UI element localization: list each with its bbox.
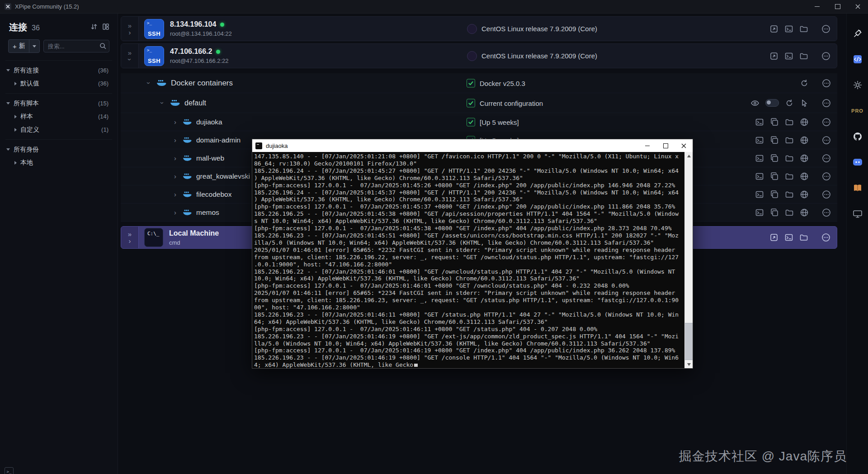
discord-icon[interactable] <box>847 149 868 175</box>
terminal-icon[interactable] <box>784 233 793 242</box>
copy-icon[interactable] <box>770 208 779 217</box>
eye-icon[interactable] <box>750 99 760 108</box>
folder-icon[interactable] <box>785 136 794 145</box>
terminal-maximize-button[interactable] <box>656 139 675 152</box>
checkbox-checked[interactable] <box>467 79 475 87</box>
status-terminal-icon[interactable]: >_ <box>5 467 14 474</box>
folder-icon[interactable] <box>785 190 794 199</box>
sidebar-item-all-identities[interactable]: 所有身份 <box>0 143 118 156</box>
sidebar-item-samples[interactable]: 样本 (14) <box>0 110 118 123</box>
copy-icon[interactable] <box>770 136 779 145</box>
chevron-right-icon[interactable]: › <box>129 29 131 35</box>
new-dropdown-button[interactable] <box>29 40 39 52</box>
chevron-down-icon[interactable]: › <box>127 58 133 61</box>
chevron-right-icon[interactable]: › <box>174 155 176 161</box>
chevron-down-icon[interactable]: › <box>146 82 152 84</box>
chevron-right-icon[interactable]: › <box>129 238 131 244</box>
sidebar-item-default[interactable]: 默认值 (36) <box>0 77 118 90</box>
chevron-right-icon[interactable]: › <box>174 209 176 215</box>
more-options-icon[interactable] <box>822 99 831 108</box>
github-icon[interactable] <box>847 123 868 149</box>
folder-icon[interactable] <box>785 118 794 127</box>
launch-icon[interactable] <box>769 233 778 242</box>
more-options-icon[interactable] <box>822 79 831 88</box>
sidebar-item-all-scripts[interactable]: 所有脚本 (15) <box>0 97 118 110</box>
more-options-icon[interactable] <box>822 136 831 145</box>
container-row[interactable]: › dujiaoka [Up 5 weeks] <box>121 113 837 131</box>
terminal-icon[interactable] <box>755 172 764 181</box>
more-options-icon[interactable] <box>821 52 830 61</box>
launch-icon[interactable] <box>769 52 778 61</box>
copy-icon[interactable] <box>770 154 779 163</box>
more-options-icon[interactable] <box>822 118 831 127</box>
row-expand-strip[interactable]: » › <box>121 44 139 68</box>
globe-icon[interactable] <box>800 118 809 127</box>
checkbox-checked[interactable] <box>467 99 475 107</box>
view-layout-icon[interactable] <box>102 23 109 32</box>
pin-icon[interactable] <box>847 20 868 46</box>
terminal-scrollbar[interactable] <box>684 152 693 368</box>
terminal-icon[interactable] <box>784 24 793 33</box>
close-button[interactable] <box>848 0 868 13</box>
row-expand-strip[interactable]: » › <box>121 17 139 41</box>
connection-row-server1[interactable]: » › >_ SSH 8.134.196.104 root@8.134.196.… <box>121 16 837 41</box>
api-icon[interactable] <box>847 46 868 72</box>
screen-icon[interactable] <box>847 201 868 227</box>
more-options-icon[interactable] <box>821 24 830 33</box>
terminal-titlebar[interactable]: dujiaoka <box>252 139 693 152</box>
terminal-icon[interactable] <box>755 118 764 127</box>
folder-icon[interactable] <box>785 208 794 217</box>
folder-icon[interactable] <box>785 154 794 163</box>
more-options-icon[interactable] <box>822 190 831 199</box>
sidebar-item-all-connections[interactable]: 所有连接 (36) <box>0 64 118 77</box>
docker-group-row[interactable]: › Docker containers Docker v25.0.3 <box>121 73 837 93</box>
settings-gear-icon[interactable] <box>847 72 868 98</box>
more-options-icon[interactable] <box>821 233 830 242</box>
globe-icon[interactable] <box>800 136 809 145</box>
chevron-right-icon[interactable]: › <box>174 137 176 143</box>
copy-icon[interactable] <box>770 118 779 127</box>
sidebar-item-custom[interactable]: 自定义 (1) <box>0 123 118 136</box>
folder-icon[interactable] <box>799 24 808 33</box>
sort-icon[interactable] <box>90 23 98 32</box>
launch-icon[interactable] <box>769 24 778 33</box>
folder-icon[interactable] <box>785 172 794 181</box>
terminal-icon[interactable] <box>755 136 764 145</box>
terminal-minimize-button[interactable] <box>638 139 656 152</box>
copy-icon[interactable] <box>770 190 779 199</box>
more-options-icon[interactable] <box>822 172 831 181</box>
terminal-icon[interactable] <box>755 190 764 199</box>
new-connection-button[interactable]: + 新 <box>8 39 40 53</box>
cursor-icon[interactable] <box>800 99 809 108</box>
scroll-up-arrow[interactable] <box>685 152 693 160</box>
globe-icon[interactable] <box>800 172 809 181</box>
terminal-close-button[interactable] <box>675 139 693 152</box>
toggle-switch[interactable] <box>765 99 779 107</box>
pro-badge[interactable]: PRO <box>847 98 868 123</box>
folder-icon[interactable] <box>799 52 808 61</box>
docs-book-icon[interactable] <box>847 175 868 201</box>
globe-icon[interactable] <box>800 208 809 217</box>
refresh-icon[interactable] <box>785 99 794 108</box>
chevron-right-icon[interactable]: › <box>174 119 176 125</box>
row-expand-strip[interactable]: » › <box>121 227 139 248</box>
minimize-button[interactable] <box>807 0 827 13</box>
terminal-window[interactable]: dujiaoka 147.135.85.140 - - [07/Jan/2025… <box>252 139 693 369</box>
maximize-button[interactable] <box>827 0 848 13</box>
terminal-icon[interactable] <box>755 208 764 217</box>
folder-icon[interactable] <box>799 233 808 242</box>
more-options-icon[interactable] <box>822 154 831 163</box>
connection-row-server2[interactable]: » › >_ SSH 47.106.166.2 root@47.106.166.… <box>121 43 837 68</box>
chevron-right-icon[interactable]: › <box>174 191 176 197</box>
scrollbar-thumb[interactable] <box>685 323 693 360</box>
chevron-right-icon[interactable]: › <box>174 173 176 179</box>
terminal-icon[interactable] <box>784 52 793 61</box>
checkbox-checked[interactable] <box>467 118 475 126</box>
terminal-icon[interactable] <box>755 154 764 163</box>
globe-icon[interactable] <box>800 190 809 199</box>
scroll-down-arrow[interactable] <box>685 360 693 368</box>
terminal-output[interactable]: 147.135.85.140 - - [07/Jan/2025:01:21:08… <box>252 152 685 368</box>
chevron-down-icon[interactable]: › <box>160 102 165 104</box>
docker-config-row[interactable]: › default Current configuration <box>121 93 837 113</box>
more-options-icon[interactable] <box>822 208 831 217</box>
